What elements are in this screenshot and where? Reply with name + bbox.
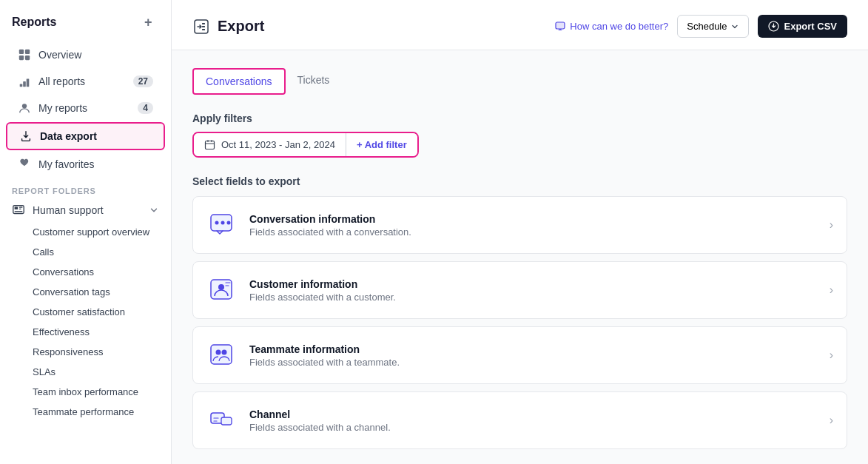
sub-item-slas[interactable]: SLAs <box>0 362 171 382</box>
chevron-down-small-icon <box>730 22 739 31</box>
svg-rect-6 <box>27 78 30 87</box>
date-range-value: Oct 11, 2023 - Jan 2, 2024 <box>221 139 335 150</box>
sidebar-item-label: My reports <box>38 102 87 114</box>
svg-rect-3 <box>25 56 30 60</box>
export-page-icon <box>192 18 210 36</box>
svg-rect-10 <box>15 211 23 212</box>
teammate-info-text: Teammate information Fields associated w… <box>249 343 819 368</box>
svg-point-7 <box>22 104 27 108</box>
sidebar-header: Reports + <box>0 0 171 41</box>
header-actions: How can we do better? Schedule Export CS… <box>554 15 847 38</box>
channel-desc: Fields associated with a channel. <box>249 422 819 433</box>
svg-point-23 <box>221 221 225 225</box>
svg-rect-17 <box>556 22 565 29</box>
conversation-info-text: Conversation information Fields associat… <box>249 213 819 238</box>
filter-group: Oct 11, 2023 - Jan 2, 2024 + Add filter <box>192 132 419 158</box>
filter-bar: Oct 11, 2023 - Jan 2, 2024 + Add filter <box>192 132 847 158</box>
human-support-icon <box>12 204 25 217</box>
svg-rect-31 <box>221 417 232 425</box>
sub-item-customer-satisfaction[interactable]: Customer satisfaction <box>0 302 171 322</box>
sidebar-item-my-favorites[interactable]: My favorites <box>6 152 165 177</box>
customer-info-chevron: › <box>830 283 833 297</box>
channel-chevron: › <box>830 414 833 427</box>
sub-item-team-inbox-performance[interactable]: Team inbox performance <box>0 382 171 402</box>
field-card-teammate-info[interactable]: Teammate information Fields associated w… <box>192 326 847 384</box>
report-folders-label: REPORT FOLDERS <box>0 178 171 198</box>
teammate-info-chevron: › <box>830 349 833 362</box>
sidebar-folder-human-support[interactable]: Human support <box>0 198 171 222</box>
svg-rect-11 <box>19 207 23 208</box>
conversation-info-icon <box>206 209 239 241</box>
customer-info-title: Customer information <box>249 278 819 290</box>
sub-item-effectiveness[interactable]: Effectiveness <box>0 322 171 342</box>
svg-rect-16 <box>202 29 205 30</box>
feedback-icon <box>554 21 566 33</box>
svg-rect-5 <box>23 81 26 87</box>
schedule-label: Schedule <box>687 21 727 32</box>
tab-conversations[interactable]: Conversations <box>192 68 286 95</box>
sidebar-item-data-export[interactable]: Data export <box>6 122 165 150</box>
date-range-button[interactable]: Oct 11, 2023 - Jan 2, 2024 <box>194 133 346 156</box>
data-export-icon <box>19 130 33 143</box>
customer-info-desc: Fields associated with a customer. <box>249 292 819 303</box>
field-card-conversation-info[interactable]: Conversation information Fields associat… <box>192 196 847 254</box>
sub-item-conversations[interactable]: Conversations <box>0 262 171 282</box>
tabs-bar: Conversations Tickets <box>192 68 847 95</box>
export-csv-icon <box>768 21 779 32</box>
calendar-icon <box>204 139 215 150</box>
svg-point-24 <box>227 221 231 225</box>
sidebar-title: Reports <box>12 16 56 29</box>
sidebar-item-label: All reports <box>38 75 85 87</box>
sidebar-item-my-reports[interactable]: My reports 4 <box>6 95 165 121</box>
sub-item-teammate-performance[interactable]: Teammate performance <box>0 402 171 422</box>
svg-rect-8 <box>13 206 24 214</box>
feedback-label: How can we do better? <box>570 21 668 32</box>
sidebar-item-all-reports[interactable]: All reports 27 <box>6 69 165 94</box>
svg-rect-2 <box>19 56 24 60</box>
chevron-down-icon <box>149 205 159 215</box>
sub-item-customer-support-overview[interactable]: Customer support overview <box>0 222 171 242</box>
schedule-button[interactable]: Schedule <box>677 15 749 38</box>
filter-section-label: Apply filters <box>192 112 847 124</box>
field-card-channel[interactable]: Channel Fields associated with a channel… <box>192 391 847 449</box>
add-filter-button[interactable]: + Add filter <box>346 133 417 156</box>
customer-info-icon <box>206 274 239 306</box>
svg-rect-9 <box>15 207 18 210</box>
teammate-info-desc: Fields associated with a teammate. <box>249 357 819 368</box>
channel-icon <box>206 404 239 437</box>
sidebar-item-label: Data export <box>40 130 97 142</box>
svg-rect-0 <box>19 50 24 54</box>
sidebar-item-overview[interactable]: Overview <box>6 42 165 67</box>
field-card-customer-info[interactable]: Customer information Fields associated w… <box>192 261 847 319</box>
svg-rect-27 <box>211 345 232 364</box>
page-title-area: Export <box>192 18 264 36</box>
main-content: Export How can we do better? Schedule <box>172 0 868 464</box>
svg-rect-15 <box>202 26 205 27</box>
add-report-button[interactable]: + <box>144 15 159 30</box>
svg-rect-20 <box>206 141 215 149</box>
sidebar-item-label: My favorites <box>38 158 94 170</box>
sidebar-item-label: Overview <box>38 49 81 61</box>
all-reports-icon <box>18 75 31 88</box>
sidebar: Reports + Overview All reports 27 My rep… <box>0 0 172 464</box>
folder-label: Human support <box>33 204 104 216</box>
customer-info-text: Customer information Fields associated w… <box>249 278 819 303</box>
export-csv-button[interactable]: Export CSV <box>758 15 847 38</box>
svg-point-28 <box>216 350 221 355</box>
teammate-info-icon <box>206 339 239 371</box>
feedback-button[interactable]: How can we do better? <box>554 21 668 33</box>
sub-item-calls[interactable]: Calls <box>0 242 171 262</box>
my-reports-icon <box>18 101 31 115</box>
svg-point-29 <box>222 350 227 355</box>
tab-tickets[interactable]: Tickets <box>286 68 342 95</box>
add-filter-label: + Add filter <box>357 139 407 150</box>
sub-item-conversation-tags[interactable]: Conversation tags <box>0 282 171 302</box>
my-reports-badge: 4 <box>138 102 153 114</box>
sub-item-responsiveness[interactable]: Responsiveness <box>0 342 171 362</box>
conversation-info-title: Conversation information <box>249 213 819 225</box>
svg-point-22 <box>215 221 219 225</box>
main-header: Export How can we do better? Schedule <box>172 0 868 50</box>
content-area: Conversations Tickets Apply filters Oct … <box>172 50 868 464</box>
conversation-info-desc: Fields associated with a conversation. <box>249 226 819 238</box>
svg-point-26 <box>218 284 224 290</box>
